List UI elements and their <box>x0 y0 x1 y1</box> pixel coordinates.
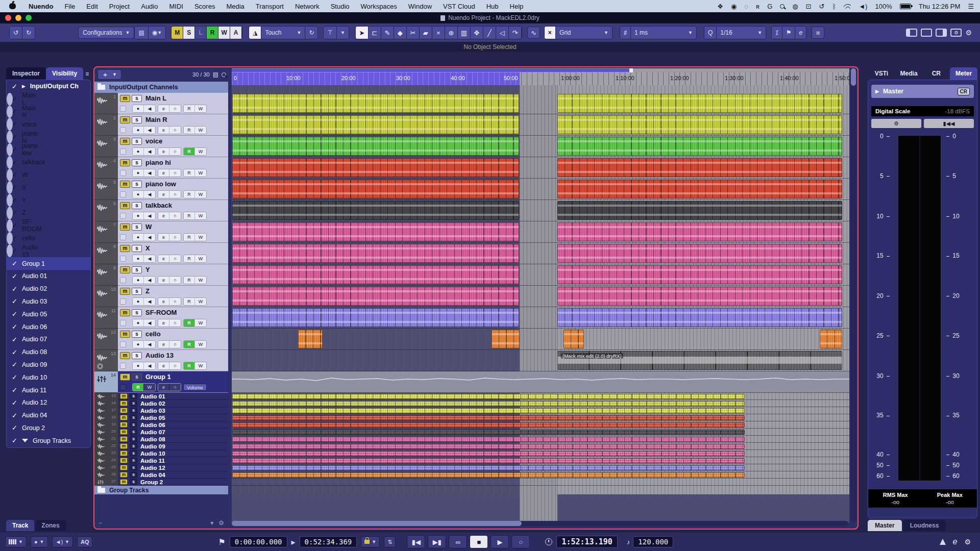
audio-event[interactable] <box>232 244 519 263</box>
tab-inspector[interactable]: Inspector <box>6 67 46 80</box>
checkmark-icon[interactable]: ✓ <box>12 146 17 154</box>
track-header-audio-01[interactable]: 15msAudio 01 <box>94 393 228 400</box>
audio-event[interactable] <box>232 472 745 478</box>
solo-button[interactable]: s <box>132 373 142 381</box>
audio-event[interactable] <box>232 408 745 413</box>
monitor-button[interactable]: ◀ <box>144 148 155 155</box>
creative-cloud-icon[interactable]: ◌ <box>744 3 748 10</box>
menu-scores[interactable]: Scores <box>189 3 220 10</box>
edit-channel-button[interactable]: e <box>158 127 169 134</box>
write-automation-button[interactable]: W <box>195 234 206 241</box>
tab-cr[interactable]: CR <box>923 67 950 80</box>
checkmark-icon[interactable]: ✓ <box>12 373 17 381</box>
checkmark-icon[interactable]: ✓ <box>12 196 17 204</box>
solo-button[interactable]: s <box>132 138 142 145</box>
lane-group-1[interactable] <box>232 371 849 393</box>
solo-button[interactable]: s <box>132 309 142 316</box>
timebase-toggle[interactable] <box>120 298 126 305</box>
read-automation-button[interactable]: R <box>184 212 195 219</box>
mute-button[interactable]: m <box>120 436 128 442</box>
solo-button[interactable]: s <box>132 181 142 188</box>
insert-bypass-button[interactable]: ○ <box>169 384 181 391</box>
audio-event[interactable] <box>557 137 842 156</box>
write-automation-button[interactable]: W <box>195 341 206 348</box>
mute-button[interactable]: m <box>120 181 130 188</box>
insert-bypass-button[interactable]: ○ <box>169 191 181 198</box>
apple-menu-icon[interactable] <box>9 3 16 9</box>
checkmark-icon[interactable]: ✓ <box>12 133 17 141</box>
mute-button[interactable]: m <box>120 472 128 478</box>
record-enable-button[interactable]: ● <box>133 341 144 348</box>
record-enable-button[interactable]: ● <box>133 277 144 284</box>
edit-channel-button[interactable]: e <box>158 234 169 241</box>
align-icon[interactable]: ≡ <box>812 27 824 39</box>
swap-locators-button[interactable]: ⇅ <box>384 536 396 547</box>
audio-event[interactable] <box>232 287 519 306</box>
timebase-toggle[interactable] <box>120 213 126 219</box>
timebase-toggle[interactable] <box>120 191 126 197</box>
disclosure-icon[interactable]: ▶ <box>22 84 26 89</box>
record-enable-button[interactable]: ● <box>133 234 144 241</box>
mute-button[interactable]: m <box>120 408 128 413</box>
mute-button[interactable]: m <box>120 400 128 406</box>
automation-panel-icon[interactable]: ◮ <box>249 27 261 39</box>
track-header-audio-12[interactable]: 25msAudio 12 <box>94 464 228 471</box>
transport-edit-icon[interactable]: e <box>953 537 958 546</box>
mute-button[interactable]: m <box>120 138 130 145</box>
menu-transport[interactable]: Transport <box>250 3 289 10</box>
track-header-sf-room[interactable]: 11msSF-ROOM●◀e○RW <box>94 307 228 329</box>
track-filter-icon[interactable]: ▤ <box>213 71 218 78</box>
lock-punch-button[interactable]: ▼ <box>361 536 380 547</box>
audio-event[interactable] <box>232 401 745 406</box>
audio-event[interactable] <box>232 437 745 442</box>
checkmark-icon[interactable]: ✓ <box>12 171 17 179</box>
visibility-item-cello[interactable]: ✓cello <box>7 232 13 245</box>
solo-button[interactable]: s <box>130 458 137 463</box>
audio-event[interactable] <box>232 451 745 456</box>
lower-zone-toggle[interactable] <box>921 29 932 37</box>
checkmark-icon[interactable]: ✓ <box>12 184 17 191</box>
record-enable-button[interactable]: ● <box>133 148 144 155</box>
tab-track[interactable]: Track <box>6 520 34 531</box>
solo-button[interactable]: s <box>132 288 142 295</box>
right-locator-icon[interactable]: ▸ <box>291 537 296 547</box>
read-automation-button[interactable]: R <box>184 362 195 369</box>
right-locator-field[interactable]: 0:52:34.369 <box>300 536 357 547</box>
line-tool[interactable]: ╱ <box>483 27 496 39</box>
insert-bypass-button[interactable]: ○ <box>169 212 181 219</box>
audio-event[interactable] <box>232 222 519 241</box>
checkmark-icon[interactable]: ✓ <box>12 247 17 255</box>
track-header-audio-08[interactable]: 21msAudio 08 <box>94 436 228 443</box>
horizontal-scrollbar[interactable] <box>232 521 848 526</box>
checkmark-icon[interactable]: ✓ <box>12 285 17 293</box>
time-format-icon[interactable] <box>545 538 552 545</box>
globe-icon[interactable]: ◍ <box>792 3 798 10</box>
timebase-toggle[interactable] <box>120 384 126 390</box>
menu-file[interactable]: File <box>59 3 81 10</box>
play-tool[interactable]: ◁ <box>496 27 509 39</box>
mute-button[interactable]: m <box>120 223 130 231</box>
checkmark-icon[interactable]: ✓ <box>12 399 17 407</box>
audio-event[interactable] <box>820 330 842 348</box>
quantize-dropdown[interactable]: 1/16▼ <box>717 27 766 39</box>
write-automation-button[interactable]: W <box>195 298 206 305</box>
visibility-item-audio-12[interactable]: ✓Audio 12 <box>7 396 90 409</box>
checkmark-icon[interactable]: ✓ <box>12 108 17 115</box>
read-automation-button[interactable]: R <box>133 384 144 391</box>
solo-button[interactable]: s <box>130 479 137 485</box>
track-header-x[interactable]: 8msX●◀e○RW <box>94 243 228 264</box>
visibility-item-audio-09[interactable]: ✓Audio 09 <box>7 359 90 371</box>
audio-event[interactable] <box>557 94 842 113</box>
checkmark-icon[interactable]: ✓ <box>12 348 17 356</box>
audio-event[interactable] <box>557 115 842 134</box>
visibility-item-voice[interactable]: ✓voice <box>7 118 13 131</box>
window-titlebar[interactable]: Nuendo Project - MackEDL2.0dry <box>0 12 980 23</box>
track-list-icon[interactable]: ▤ <box>135 27 148 39</box>
color-tool[interactable]: ↷ <box>509 27 522 39</box>
monitor-button[interactable]: ◀ <box>144 341 155 348</box>
transport-gear-icon[interactable]: ⚙ <box>964 538 971 546</box>
solo-button[interactable]: s <box>132 202 142 209</box>
write-automation-button[interactable]: W <box>195 319 206 327</box>
tab-media[interactable]: Media <box>895 67 923 80</box>
dropbox-icon[interactable]: ❖ <box>717 3 723 10</box>
